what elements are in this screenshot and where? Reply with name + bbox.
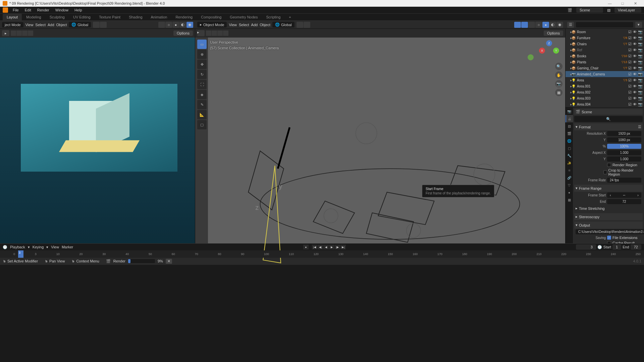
shade-wire-btn[interactable]: ○ [535, 22, 542, 28]
frame-start-field[interactable]: ‹↔› [607, 192, 641, 198]
tool-rotate[interactable]: ↻ [197, 70, 207, 79]
menu-render[interactable]: Render [35, 7, 52, 13]
left-hdr-btn1[interactable] [11, 31, 16, 36]
tool-transform[interactable]: ◈ [197, 90, 207, 99]
outliner-row[interactable]: ▸💡Area.004☑ 👁 📷 [566, 101, 644, 107]
proptab-output[interactable]: 🖨 [566, 115, 573, 122]
3d-viewport[interactable]: ▸ Options ▭ ⊕ ✥ ↻ ⛶ ◈ ✎ 📐 ▢ User Perspec… [195, 29, 565, 243]
timeline-view[interactable]: View [51, 245, 59, 249]
outliner-row[interactable]: ▸📷Animated_Camera☑ 👁 📷 [566, 71, 644, 77]
tab-sculpting[interactable]: Sculpting [46, 14, 69, 20]
overlay-btn[interactable] [158, 22, 165, 28]
outliner-search[interactable] [576, 22, 633, 27]
left-hdr-btn2[interactable] [16, 31, 22, 36]
nav-camera[interactable]: 📷 [555, 80, 562, 87]
outliner-row[interactable]: ▸💡Area.003☑ 👁 📷 [566, 95, 644, 101]
tool-scale[interactable]: ⛶ [197, 80, 207, 89]
tool-move[interactable]: ✥ [197, 60, 207, 69]
editor-orient-select[interactable]: 🌐 Global [272, 22, 294, 27]
axis-z[interactable]: Z [546, 40, 552, 46]
editor-menu-view[interactable]: View [229, 23, 237, 27]
editor-options[interactable]: Options [544, 31, 563, 36]
stereoscopy-header[interactable]: ▸ Stereoscopy [574, 213, 643, 220]
editor-menu-add[interactable]: Add [251, 23, 258, 27]
proptab-viewlayer[interactable]: ▧ [566, 122, 573, 130]
proptab-object[interactable]: ▢ [566, 144, 573, 152]
outliner-row[interactable]: ▸💡Area.001☑ 👁 📷 [566, 83, 644, 89]
end-frame-field[interactable]: 72 [631, 244, 641, 250]
timeline-track[interactable]: 3 03102030405060708090100110120130140150… [0, 250, 644, 258]
menu-edit[interactable]: Edit [22, 7, 34, 13]
viewlayer-field[interactable]: ViewLayer [614, 7, 641, 13]
proptab-scene[interactable]: 🎬 [566, 130, 573, 137]
proptab-texture[interactable]: ▦ [566, 196, 573, 203]
menu-window[interactable]: Window [53, 7, 71, 13]
cancel-render-btn[interactable]: ✕ [166, 259, 172, 264]
file-ext-check[interactable]: ✓ [607, 236, 611, 240]
menu-help[interactable]: Help [72, 7, 85, 13]
minimize-button[interactable]: — [604, 0, 616, 6]
outliner-row[interactable]: ▸📦Furniture▽8☑ 👁 📷 [566, 35, 644, 41]
output-header[interactable]: ▾ Output [574, 222, 643, 229]
hdr-btn1[interactable] [206, 31, 211, 36]
tab-layout[interactable]: Layout [3, 14, 22, 20]
proptab-render[interactable]: 📷 [566, 108, 573, 115]
left-options[interactable]: Options [173, 31, 193, 36]
editor-menu-select[interactable]: Select [239, 23, 249, 27]
proptab-constraint[interactable]: 🔗 [566, 174, 573, 181]
shading-wire-btn[interactable]: ○ [165, 22, 172, 28]
maximize-button[interactable]: □ [616, 0, 629, 6]
nav-persp[interactable]: ▦ [555, 89, 562, 96]
timeline-keying[interactable]: Keying [33, 245, 44, 249]
framerange-header[interactable]: ▾ Frame Range [574, 185, 643, 192]
proptab-particle[interactable]: ✨ [566, 159, 573, 167]
timestretch-header[interactable]: ▸ Time Stretching [574, 205, 643, 212]
tool-measure[interactable]: 📐 [197, 110, 207, 119]
tool-addcube[interactable]: ▢ [197, 120, 207, 129]
res-pct-field[interactable]: 100% [607, 144, 641, 149]
asp-x-field[interactable]: 1.000 [607, 150, 641, 155]
tab-geonodes[interactable]: Geometry Nodes [226, 14, 262, 20]
shade-mat-btn[interactable]: ◐ [549, 22, 556, 28]
render-region-check[interactable] [607, 163, 611, 167]
editor-menu-object[interactable]: Object [260, 23, 270, 27]
outliner-row[interactable]: ▸📦Ref☑ 👁 📷 [566, 47, 644, 53]
menu-file[interactable]: File [10, 7, 21, 13]
start-frame-field[interactable]: 1 [612, 244, 621, 250]
outliner-row[interactable]: ▸💡Area.002☑ 👁 📷 [566, 89, 644, 95]
outliner-row[interactable]: ▸📦Books▽10☑ 👁 📷 [566, 53, 644, 59]
mode-select[interactable]: ject Mode [2, 22, 23, 27]
left-hdr-btn3[interactable] [22, 31, 28, 36]
shade-solid-btn[interactable]: ● [542, 22, 549, 28]
tab-scripting[interactable]: Scripting [262, 14, 284, 20]
tab-rendering[interactable]: Rendering [171, 14, 197, 20]
tab-texturepaint[interactable]: Texture Paint [95, 14, 124, 20]
orient-select[interactable]: 🌐 Global [69, 22, 91, 27]
tab-add[interactable]: + [285, 14, 295, 20]
nav-pan[interactable]: ✋ [555, 71, 562, 79]
editor-xray-btn[interactable] [528, 22, 535, 28]
axis-x[interactable]: X [539, 48, 545, 54]
proptab-world[interactable]: 🌐 [566, 137, 573, 144]
outliner-row[interactable]: ▸📦Plants▽13☑ 👁 📷 [566, 59, 644, 65]
editor-prop-btn[interactable] [304, 22, 310, 28]
timeline-marker[interactable]: Marker [62, 245, 73, 249]
outliner-type-icon[interactable]: ☰ [567, 22, 574, 28]
proptab-modifier[interactable]: 🔧 [566, 152, 573, 159]
proportional-btn[interactable] [100, 22, 107, 28]
editor-mode-select[interactable]: ▸ Object Mode [197, 22, 227, 27]
proptab-physics[interactable]: ⚛ [566, 167, 573, 174]
tab-compositing[interactable]: Compositing [197, 14, 225, 20]
snap-btn[interactable] [93, 22, 100, 28]
nav-gizmo[interactable]: Z X Y [539, 40, 559, 60]
shading-solid-btn[interactable]: ● [172, 22, 179, 28]
res-x-field[interactable]: 1920 px [607, 131, 641, 136]
scene-field[interactable]: Scene [576, 7, 603, 13]
menu-select[interactable]: Select [35, 23, 46, 27]
outliner-row[interactable]: ▸📦Gaming_Chair▽7☑ 👁 📷 [566, 65, 644, 71]
current-frame[interactable]: 3 [576, 244, 596, 250]
left-viewport[interactable]: ▸ Options [0, 29, 195, 243]
tool-annotate[interactable]: ✎ [197, 100, 207, 109]
timeline-icon[interactable]: 🕐 [3, 245, 7, 249]
outliner[interactable]: ▸📦Room☑ 👁 📷▸📦Furniture▽8☑ 👁 📷▸📦Chairs▽7☑… [566, 29, 644, 108]
